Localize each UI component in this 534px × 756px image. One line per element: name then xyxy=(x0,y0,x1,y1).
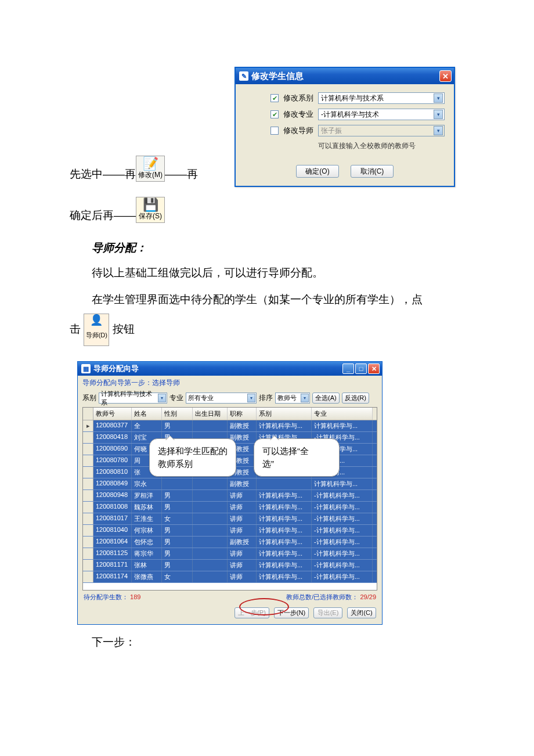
callout-1-text: 选择和学生匹配的教师系别 xyxy=(158,446,228,469)
edit-icon: 📝 xyxy=(136,157,164,170)
modify-button-label: 修改(M) xyxy=(136,170,164,180)
wizard-titlebar[interactable]: ▦ 导师分配向导 _ □ ✕ xyxy=(78,362,382,376)
select-tutor-value: 张子振 xyxy=(321,126,342,136)
text-2a: 确定后再—— xyxy=(70,208,136,223)
callout-1: 选择和学生匹配的教师系别 xyxy=(149,438,236,477)
paragraph-3: 下一步： xyxy=(70,631,136,654)
table-row[interactable]: 120081125蒋宗华男讲师计算机科学与...-计算机科学与... xyxy=(83,548,377,560)
modify-button[interactable]: 📝 修改(M) xyxy=(136,156,165,182)
text-pre: 击 xyxy=(70,323,81,335)
ok-button[interactable]: 确定(O) xyxy=(296,165,339,178)
teacher-grid[interactable]: 教师号 姓名 性别 出生日期 职称 系别 专业 ▸120080377全男副教授计… xyxy=(82,407,377,591)
tutor-hint: 可以直接输入全校教师的教师号 xyxy=(318,141,445,151)
paragraph-1: 待以上基础工组做完以后，可以进行导师分配。 xyxy=(70,261,470,285)
wizard-icon: ▦ xyxy=(81,364,91,373)
person-icon: 👤 xyxy=(84,315,109,325)
col-title[interactable]: 职称 xyxy=(228,408,257,420)
section-heading: 导师分配： xyxy=(92,240,470,255)
filter-dept-value: 计算机科学与技术系 xyxy=(101,390,158,407)
modify-student-dialog: ✎ 修改学生信息 ✕ ✔ 修改系别 计算机科学与技术系 ▾ ✔ 修改专业 -计算… xyxy=(234,67,455,187)
dialog1-titlebar[interactable]: ✎ 修改学生信息 ✕ xyxy=(236,68,454,84)
status-right-label: 教师总数/已选择教师数： xyxy=(286,593,358,600)
table-row[interactable]: 120080948罗桓洋男讲师计算机科学与...-计算机科学与... xyxy=(83,490,377,502)
wizard-subtitle: 导师分配向导第一步：选择导师 xyxy=(78,376,382,390)
wizard-title: 导师分配向导 xyxy=(93,363,139,374)
text-1b: ——再 xyxy=(165,167,198,182)
maximize-icon[interactable]: □ xyxy=(355,363,367,374)
chevron-down-icon[interactable]: ▾ xyxy=(434,110,443,119)
filter-sort-label: 排序 xyxy=(259,393,273,403)
chevron-down-icon: ▾ xyxy=(434,126,443,135)
callout-2: 可以选择“全 选” xyxy=(254,438,340,477)
col-name[interactable]: 姓名 xyxy=(132,408,162,420)
dialog1-body: ✔ 修改系别 计算机科学与技术系 ▾ ✔ 修改专业 -计算机科学与技术 ▾ 修改… xyxy=(236,84,454,158)
callout-2-text-a: 可以选择“全 xyxy=(262,446,309,456)
tutor-wizard-dialog: ▦ 导师分配向导 _ □ ✕ 导师分配向导第一步：选择导师 系别 计算机科学与技… xyxy=(77,361,383,625)
dialog1-title: 修改学生信息 xyxy=(251,71,304,82)
prev-button: 上一步(P) xyxy=(234,607,269,618)
chevron-down-icon[interactable]: ▾ xyxy=(301,394,309,402)
paragraph-2a: 在学生管理界面选中待分配的学生（如某一个专业的所有学生），点 xyxy=(70,288,470,311)
export-button: 导出(E) xyxy=(313,607,342,618)
tutor-button-label: 导师(D) xyxy=(84,325,109,345)
invert-select-button[interactable]: 反选(R) xyxy=(342,393,369,404)
wizard-buttons: 上一步(P) 下一步(N) 导出(E) 关闭(C) xyxy=(78,604,382,624)
chevron-down-icon[interactable]: ▾ xyxy=(434,93,443,103)
table-row[interactable]: 120081040何宗林男讲师计算机科学与...-计算机科学与... xyxy=(83,525,377,537)
text-post: 按钮 xyxy=(113,323,135,335)
status-right-value: 29/29 xyxy=(360,593,376,600)
select-tutor: 张子振 ▾ xyxy=(318,125,445,136)
table-row[interactable]: 120081008魏苏林男讲师计算机科学与...-计算机科学与... xyxy=(83,502,377,513)
callout-2-text-b: 选” xyxy=(262,459,274,469)
select-all-button[interactable]: 全选(A) xyxy=(312,393,340,404)
label-tutor: 修改导师 xyxy=(283,125,313,136)
checkbox-dept[interactable]: ✔ xyxy=(270,94,279,102)
status-left-value: 189 xyxy=(130,593,140,600)
close-icon[interactable]: ✕ xyxy=(439,70,452,82)
chevron-down-icon[interactable]: ▾ xyxy=(158,394,166,402)
col-birth[interactable]: 出生日期 xyxy=(193,408,228,420)
checkbox-tutor[interactable] xyxy=(270,127,279,135)
filter-dept-select[interactable]: 计算机科学与技术系 ▾ xyxy=(99,393,167,404)
minimize-icon[interactable]: _ xyxy=(342,363,354,374)
table-row[interactable]: 120081017王淮生女讲师计算机科学与...-计算机科学与... xyxy=(83,513,377,525)
col-major[interactable]: 专业 xyxy=(312,408,373,420)
dialog-icon: ✎ xyxy=(239,71,248,81)
status-row: 待分配学生数： 189 教师总数/已选择教师数： 29/29 xyxy=(78,591,382,604)
col-id[interactable]: 教师号 xyxy=(93,408,132,420)
table-row[interactable]: ▸120080377全男副教授计算机科学与...计算机科学与... xyxy=(83,420,377,432)
filter-major-value: 所有专业 xyxy=(188,394,214,402)
filter-dept-label: 系别 xyxy=(82,393,96,403)
col-dept[interactable]: 系别 xyxy=(257,408,312,420)
select-major[interactable]: -计算机科学与技术 ▾ xyxy=(318,109,445,120)
filter-major-label: 专业 xyxy=(169,393,183,403)
table-row[interactable]: 120080849宗永副教授计算机科学与... xyxy=(83,478,377,490)
col-sex[interactable]: 性别 xyxy=(162,408,193,420)
save-icon: 💾 xyxy=(136,199,164,211)
table-row[interactable]: 120081171张林男讲师计算机科学与...-计算机科学与... xyxy=(83,560,377,571)
table-row[interactable]: 120081174张微燕女讲师计算机科学与...-计算机科学与... xyxy=(83,571,377,583)
tutor-button[interactable]: 👤 导师(D) xyxy=(84,314,109,346)
close-button[interactable]: 关闭(C) xyxy=(347,607,376,618)
grid-header: 教师号 姓名 性别 出生日期 职称 系别 专业 xyxy=(83,408,377,420)
select-dept-value: 计算机科学与技术系 xyxy=(321,93,384,103)
filter-sort-value: 教师号 xyxy=(277,394,297,402)
table-row[interactable]: 120081064包怀忠男副教授计算机科学与...-计算机科学与... xyxy=(83,537,377,548)
checkbox-major[interactable]: ✔ xyxy=(270,110,279,118)
status-left-label: 待分配学生数： xyxy=(84,593,128,600)
filter-sort-select[interactable]: 教师号 ▾ xyxy=(275,393,310,404)
filter-row: 系别 计算机科学与技术系 ▾ 专业 所有专业 ▾ 排序 教师号 ▾ 全选(A) … xyxy=(78,390,382,406)
label-dept: 修改系别 xyxy=(283,93,313,103)
save-button[interactable]: 💾 保存(S) xyxy=(136,197,165,223)
chevron-down-icon[interactable]: ▾ xyxy=(247,394,255,402)
instruction-line-2: 确定后再—— 💾 保存(S) xyxy=(70,197,470,223)
select-major-value: -计算机科学与技术 xyxy=(321,110,379,120)
select-dept[interactable]: 计算机科学与技术系 ▾ xyxy=(318,92,445,104)
next-button[interactable]: 下一步(N) xyxy=(274,607,309,618)
save-button-label: 保存(S) xyxy=(136,211,164,221)
cancel-button[interactable]: 取消(C) xyxy=(351,165,394,178)
text-1a: 先选中——再 xyxy=(70,167,136,182)
filter-major-select[interactable]: 所有专业 ▾ xyxy=(186,393,257,404)
paragraph-2b: 击 👤 导师(D) 按钮 xyxy=(70,314,470,346)
close-icon[interactable]: ✕ xyxy=(368,363,380,374)
